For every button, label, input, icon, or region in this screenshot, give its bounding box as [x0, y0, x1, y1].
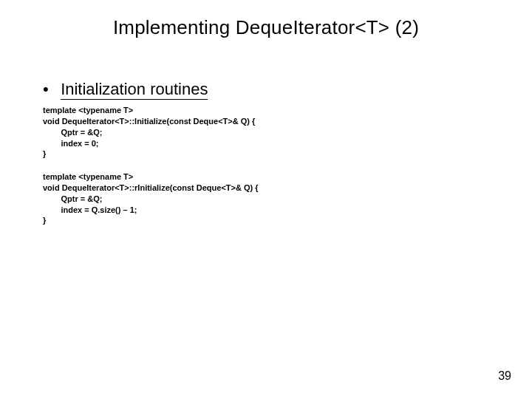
- code-block-2: template <typename T> void DequeIterator…: [43, 171, 259, 226]
- code-line: template <typename T>: [43, 172, 133, 181]
- slide-title: Implementing DequeIterator<T> (2): [0, 16, 532, 39]
- code-line: void DequeIterator<T>::Initialize(const …: [43, 117, 255, 126]
- bullet-text: Initialization routines: [61, 80, 208, 100]
- slide: Implementing DequeIterator<T> (2) • Init…: [0, 0, 532, 399]
- bullet-item: • Initialization routines: [43, 80, 208, 99]
- code-line: }: [43, 149, 46, 158]
- code-line: template <typename T>: [43, 106, 133, 115]
- code-line: Qptr = &Q;: [43, 128, 102, 137]
- code-line: index = 0;: [43, 139, 99, 148]
- code-line: index = Q.size() – 1;: [43, 205, 137, 214]
- code-block-1: template <typename T> void DequeIterator…: [43, 105, 255, 160]
- code-line: }: [43, 216, 46, 225]
- page-number: 39: [498, 369, 511, 383]
- bullet-marker: •: [43, 80, 56, 99]
- code-line: Qptr = &Q;: [43, 194, 102, 203]
- code-line: void DequeIterator<T>::rInitialize(const…: [43, 183, 259, 192]
